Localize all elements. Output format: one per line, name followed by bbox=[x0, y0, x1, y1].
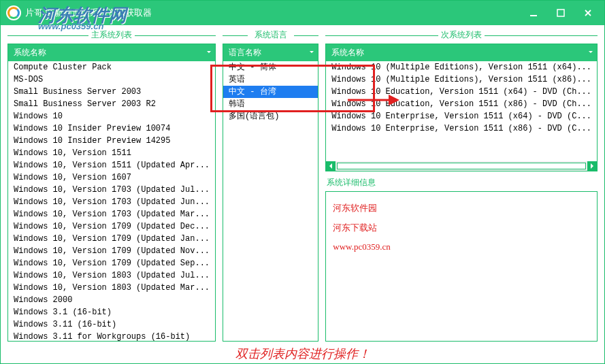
list-item[interactable]: Small Business Server 2003 bbox=[8, 86, 215, 98]
app-logo-icon bbox=[6, 5, 21, 20]
maximize-button[interactable] bbox=[547, 3, 574, 22]
middle-list-body[interactable]: 中文 - 简体英语中文 - 台湾韩语多国(语言包) bbox=[223, 61, 318, 341]
middle-listbox: 语言名称 中文 - 简体英语中文 - 台湾韩语多国(语言包) bbox=[223, 44, 318, 342]
list-item[interactable]: Windows 3.11 for Workgroups (16-bit) bbox=[8, 331, 215, 341]
list-item[interactable]: Windows 10, Version 1703 (Updated Jul... bbox=[8, 184, 215, 196]
list-item[interactable]: Compute Cluster Pack bbox=[8, 61, 215, 73]
list-item[interactable]: Windows 10, Version 1709 (Updated Sep... bbox=[8, 257, 215, 269]
list-item[interactable]: 英语 bbox=[223, 73, 318, 86]
scroll-right-icon[interactable] bbox=[587, 161, 597, 171]
scroll-left-icon[interactable] bbox=[326, 161, 336, 171]
list-item[interactable]: Small Business Server 2003 R2 bbox=[8, 98, 215, 110]
detail-box: 河东软件园 河东下载站 www.pc0359.cn bbox=[325, 191, 598, 342]
list-item[interactable]: Windows 10, Version 1511 bbox=[8, 147, 215, 159]
list-item[interactable]: 中文 - 台湾 bbox=[223, 86, 318, 98]
middle-panel-title: 系统语言 bbox=[223, 29, 318, 41]
list-item[interactable]: Windows 10 Education, Version 1511 (x86)… bbox=[326, 98, 597, 110]
list-item[interactable]: Windows 10 bbox=[8, 110, 215, 122]
left-column-header[interactable]: 系统名称 bbox=[8, 44, 215, 61]
list-item[interactable]: Windows 10, Version 1703 (Updated Mar... bbox=[8, 208, 215, 220]
close-button[interactable] bbox=[574, 3, 602, 22]
middle-column-header[interactable]: 语言名称 bbox=[223, 44, 318, 61]
list-item[interactable]: Windows 10, Version 1709 (Updated Jan... bbox=[8, 233, 215, 245]
list-item[interactable]: Windows 2000 bbox=[8, 294, 215, 306]
list-item[interactable]: Windows 10 Education, Version 1511 (x64)… bbox=[326, 86, 597, 98]
right-column-header[interactable]: 系统名称 bbox=[326, 44, 597, 61]
window-title: 片哥-全新等原版系统资源获取器 bbox=[25, 7, 152, 19]
list-item[interactable]: Windows 10 Enterprise, Version 1511 (x64… bbox=[326, 110, 597, 122]
list-item[interactable]: Windows 10, Version 1511 (Updated Apr... bbox=[8, 159, 215, 171]
list-item[interactable]: MS-DOS bbox=[8, 73, 215, 86]
right-panel-title: 次系统列表 bbox=[325, 29, 598, 41]
detail-line2: 河东下载站 bbox=[333, 218, 590, 238]
list-item[interactable]: Windows 3.1 (16-bit) bbox=[8, 306, 215, 318]
left-panel-title: 主系统列表 bbox=[7, 29, 216, 41]
list-item[interactable]: 多国(语言包) bbox=[223, 110, 318, 122]
left-list-body[interactable]: Compute Cluster PackMS-DOSSmall Business… bbox=[8, 61, 215, 341]
list-item[interactable]: Windows 10, Version 1607 bbox=[8, 171, 215, 184]
svg-rect-0 bbox=[530, 15, 537, 16]
left-listbox: 系统名称 Compute Cluster PackMS-DOSSmall Bus… bbox=[7, 44, 216, 342]
list-item[interactable]: Windows 10, Version 1803 (Updated Mar... bbox=[8, 282, 215, 294]
list-item[interactable]: Windows 10 Enterprise, Version 1511 (x86… bbox=[326, 122, 597, 135]
list-item[interactable]: Windows 10, Version 1703 (Updated Jun... bbox=[8, 196, 215, 208]
detail-label: 系统详细信息 bbox=[327, 177, 596, 188]
list-item[interactable]: Windows 10, Version 1803 (Updated Jul... bbox=[8, 269, 215, 282]
right-listbox: 系统名称 Windows 10 (Multiple Editions), Ver… bbox=[325, 44, 598, 171]
titlebar: 片哥-全新等原版系统资源获取器 bbox=[1, 1, 604, 25]
list-item[interactable]: Windows 10, Version 1709 (Updated Nov... bbox=[8, 245, 215, 257]
list-item[interactable]: Windows 10 Insider Preview 14295 bbox=[8, 135, 215, 147]
list-item[interactable]: Windows 3.11 (16-bit) bbox=[8, 318, 215, 331]
detail-line3: www.pc0359.cn bbox=[333, 237, 590, 257]
list-item[interactable]: Windows 10 (Multiple Editions), Version … bbox=[326, 73, 597, 86]
scroll-track[interactable] bbox=[337, 163, 586, 169]
minimize-button[interactable] bbox=[520, 3, 547, 22]
list-item[interactable]: 中文 - 简体 bbox=[223, 61, 318, 73]
svg-rect-1 bbox=[557, 10, 564, 16]
list-item[interactable]: Windows 10 Insider Preview 10074 bbox=[8, 122, 215, 135]
list-item[interactable]: Windows 10 (Multiple Editions), Version … bbox=[326, 61, 597, 73]
list-item[interactable]: Windows 10, Version 1709 (Updated Dec... bbox=[8, 220, 215, 233]
right-hscroll[interactable] bbox=[326, 161, 597, 171]
right-list-body[interactable]: Windows 10 (Multiple Editions), Version … bbox=[326, 61, 597, 161]
detail-line1: 河东软件园 bbox=[333, 199, 590, 218]
footer-hint: 双击列表内容进行操作！ bbox=[1, 344, 604, 363]
list-item[interactable]: 韩语 bbox=[223, 98, 318, 110]
